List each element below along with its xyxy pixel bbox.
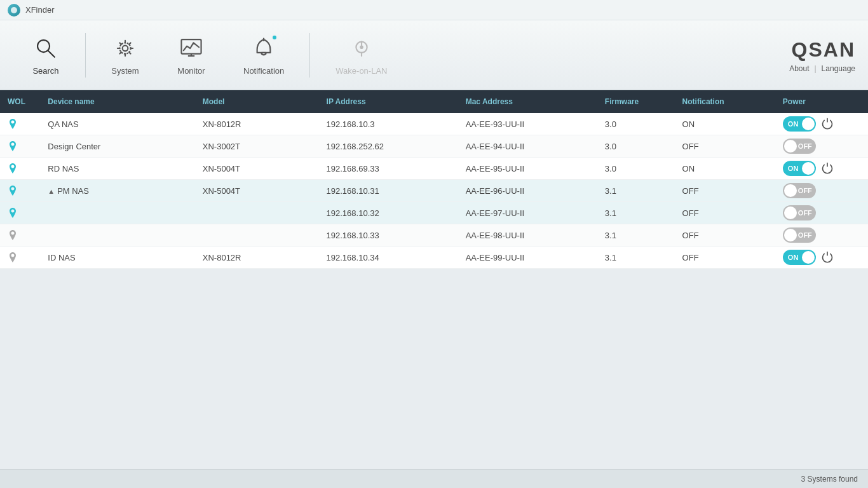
wol-cell-2 [0, 158, 40, 180]
power-cell-2: ON [775, 158, 868, 179]
svg-line-2 [48, 50, 54, 57]
ip-cell-6[interactable]: 192.168.10.34 [319, 247, 458, 269]
ip-cell-4[interactable]: 192.168.10.32 [319, 202, 458, 224]
wol-cell-4 [0, 202, 40, 224]
power-button[interactable] [821, 251, 834, 264]
ip-cell-1[interactable]: 192.168.252.62 [319, 135, 458, 158]
model-cell-2: XN-5004T [195, 158, 319, 180]
device-name: ID NAS [48, 253, 75, 262]
table-row: 192.168.10.32AA-EE-97-UU-II3.1OFFOFF [0, 202, 868, 224]
device-name-cell-1[interactable]: Design Center [40, 135, 194, 158]
power-toggle[interactable]: OFF [783, 139, 816, 154]
power-cell-5: OFF [775, 224, 868, 246]
col-header-mac[interactable]: Mac Address [458, 90, 597, 113]
expand-chevron[interactable]: ▲ [48, 187, 55, 195]
mac-cell-6: AA-EE-99-UU-II [458, 247, 597, 269]
model-cell-4 [195, 202, 319, 224]
ip-cell-2[interactable]: 192.168.69.33 [319, 158, 458, 180]
col-header-notification[interactable]: Notification [675, 90, 775, 113]
power-button[interactable] [821, 162, 834, 175]
nav-label-notification: Notification [243, 66, 284, 76]
mac-cell-3: AA-EE-96-UU-II [458, 180, 597, 202]
nav-item-notification[interactable]: Notification [224, 28, 303, 82]
notification-badge-dot [271, 34, 278, 41]
notification-cell-3: OFF [675, 180, 775, 202]
nav-item-search[interactable]: Search [13, 28, 79, 82]
power-toggle[interactable]: OFF [783, 227, 816, 243]
table-header: WOL Device name Model IP Address Mac Add… [0, 90, 868, 113]
model-cell-6: XN-8012R [195, 247, 319, 269]
nav-item-monitor[interactable]: Monitor [158, 28, 224, 82]
table-row: Design CenterXN-3002T192.168.252.62AA-EE… [0, 135, 868, 158]
nav-divider-1 [85, 33, 86, 78]
ip-cell-3[interactable]: 192.168.10.31 [319, 180, 458, 202]
table-container: WOL Device name Model IP Address Mac Add… [0, 90, 868, 269]
title-bar: XFinder [0, 0, 868, 20]
mac-cell-4: AA-EE-97-UU-II [458, 202, 597, 224]
pin-icon[interactable] [8, 252, 18, 262]
notification-cell-4: OFF [675, 202, 775, 224]
device-name-cell-3[interactable]: ▲PM NAS [40, 180, 194, 202]
table-row: RD NASXN-5004T192.168.69.33AA-EE-95-UU-I… [0, 158, 868, 180]
ip-cell-0[interactable]: 192.168.10.3 [319, 113, 458, 135]
firmware-cell-1: 3.0 [597, 135, 675, 158]
pin-icon[interactable] [8, 163, 18, 173]
nav-item-wol: Wake-on-LAN [316, 28, 406, 82]
col-header-ip[interactable]: IP Address [319, 90, 458, 113]
firmware-cell-0: 3.0 [597, 113, 675, 135]
notification-cell-5: OFF [675, 224, 775, 247]
col-header-firmware[interactable]: Firmware [597, 90, 675, 113]
language-link[interactable]: Language [822, 64, 855, 72]
col-header-device[interactable]: Device name [40, 90, 194, 113]
ip-cell-5[interactable]: 192.168.10.33 [319, 224, 458, 247]
device-name-cell-0[interactable]: QA NAS [40, 113, 194, 135]
nav-item-system[interactable]: System [92, 28, 158, 82]
wol-cell-0 [0, 113, 40, 135]
power-toggle[interactable]: ON [783, 116, 816, 132]
table-row: 192.168.10.33AA-EE-98-UU-II3.1OFFOFF [0, 224, 868, 247]
pin-icon[interactable] [8, 230, 18, 240]
col-header-model[interactable]: Model [195, 90, 319, 113]
device-name-cell-2[interactable]: RD NAS [40, 158, 194, 180]
firmware-cell-3: 3.1 [597, 180, 675, 202]
firmware-cell-5: 3.1 [597, 224, 675, 247]
table-row: ID NASXN-8012R192.168.10.34AA-EE-99-UU-I… [0, 247, 868, 269]
mac-cell-2: AA-EE-95-UU-II [458, 158, 597, 180]
status-text: 3 Systems found [801, 475, 858, 484]
pin-icon[interactable] [8, 208, 18, 218]
svg-point-3 [123, 46, 128, 51]
notification-cell-6: OFF [675, 247, 775, 269]
power-button[interactable] [821, 118, 834, 130]
firmware-cell-2: 3.0 [597, 158, 675, 180]
notification-icon [250, 34, 278, 62]
brand-logo: QSAN About | Language [789, 37, 855, 72]
device-name-cell-5 [40, 224, 194, 247]
firmware-cell-4: 3.1 [597, 202, 675, 224]
nav-label-system: System [111, 66, 139, 76]
device-name: QA NAS [48, 119, 78, 129]
wol-cell-3 [0, 180, 40, 202]
device-name: RD NAS [48, 164, 79, 173]
brand-name: QSAN [792, 37, 855, 61]
nav-label-monitor: Monitor [177, 66, 205, 76]
power-toggle[interactable]: ON [783, 250, 816, 265]
device-name-cell-6[interactable]: ID NAS [40, 247, 194, 269]
power-cell-4: OFF [775, 202, 868, 224]
pin-icon[interactable] [8, 119, 18, 129]
about-link[interactable]: About [789, 64, 809, 72]
power-cell-1: OFF [775, 135, 868, 157]
table-row: QA NASXN-8012R192.168.10.3AA-EE-93-UU-II… [0, 113, 868, 135]
pin-icon[interactable] [8, 186, 18, 196]
model-cell-0: XN-8012R [195, 113, 319, 135]
brand-links: About | Language [789, 64, 855, 72]
notification-cell-1: OFF [675, 135, 775, 158]
power-toggle[interactable]: OFF [783, 183, 816, 198]
wol-cell-1 [0, 135, 40, 158]
power-toggle[interactable]: OFF [783, 205, 816, 220]
power-toggle[interactable]: ON [783, 161, 816, 176]
main-table: WOL Device name Model IP Address Mac Add… [0, 90, 868, 269]
svg-point-12 [360, 46, 362, 48]
pin-icon[interactable] [8, 141, 18, 151]
power-cell-6: ON [775, 247, 868, 268]
model-cell-1: XN-3002T [195, 135, 319, 158]
